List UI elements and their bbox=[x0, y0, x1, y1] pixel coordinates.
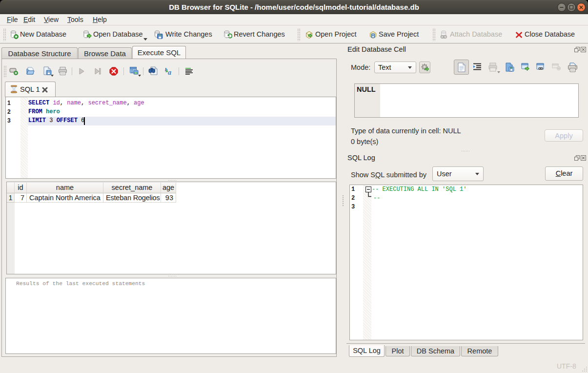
svg-text:a: a bbox=[168, 69, 171, 76]
